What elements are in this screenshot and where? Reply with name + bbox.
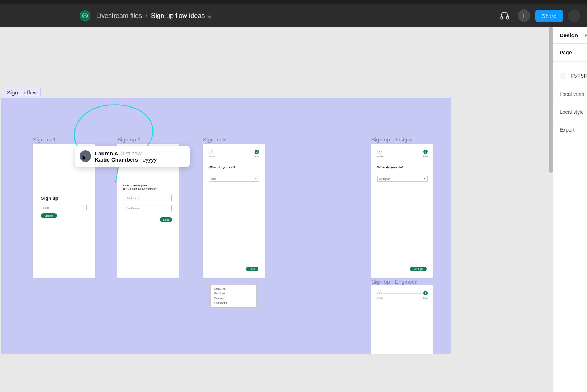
breadcrumb: Livestream files / Sign-up flow ideas ⌄ [96, 12, 212, 20]
comment-text: heyyyy [140, 156, 157, 163]
step-label-1: Profile [377, 155, 383, 158]
svg-rect-2 [507, 16, 509, 19]
comment-timestamp: just now [121, 150, 142, 156]
question-heading: What do you do? [209, 166, 259, 169]
chevron-down-icon: ▾ [424, 177, 425, 180]
tab-design[interactable]: Design [560, 32, 578, 38]
tab-prototype[interactable]: P [584, 32, 587, 38]
menu-bar-strip [0, 0, 587, 4]
frame-signup-designer[interactable]: 2 Profile Role What do you do? Designer▾… [371, 144, 433, 278]
step-label-2: Role [423, 297, 428, 299]
step-done-icon [377, 291, 382, 295]
step-done-icon [377, 150, 382, 154]
team-avatar[interactable] [80, 10, 90, 21]
last-name-field[interactable]: Last Name [125, 205, 172, 211]
section-local-variables[interactable]: Local varia [553, 85, 587, 103]
greeting-line-2: Tell us a bit about yourself. [123, 187, 174, 190]
question-heading: What do you do? [377, 166, 428, 169]
role-select[interactable]: Role▾ [209, 176, 259, 182]
step-label-2: Role [255, 155, 259, 158]
cursor-icon [82, 155, 88, 161]
next-button[interactable]: Next [246, 267, 258, 271]
progress-stepper: 2 [377, 150, 428, 154]
frame-label[interactable]: Sign up - Engineer [371, 279, 417, 285]
frame-signup-engineer[interactable]: 2 Profile Role [371, 285, 433, 354]
properties-panel: Design P Page F5F5F Local varia Local st… [553, 27, 587, 392]
dropdown-option[interactable]: Product [211, 296, 256, 300]
section-local-styles[interactable]: Local style [553, 103, 587, 121]
chevron-down-icon: ▾ [255, 177, 257, 180]
lets-go-button[interactable]: Let's go! [410, 267, 427, 271]
email-field[interactable]: Email [41, 205, 87, 210]
user-avatar[interactable]: L [518, 9, 530, 22]
step-current: 2 [423, 291, 428, 295]
step-current: 2 [423, 150, 428, 154]
dropdown-option[interactable]: Research [211, 300, 256, 305]
frame-label[interactable]: Sign up 1 [33, 136, 56, 143]
frame-label[interactable]: Sign up- Designer [371, 136, 415, 143]
svg-rect-1 [501, 16, 502, 19]
breadcrumb-file[interactable]: Sign-up flow ideas ⌄ [151, 12, 212, 20]
role-select[interactable]: Designer▾ [377, 176, 428, 182]
next-button[interactable]: Next [160, 217, 172, 222]
headphones-icon[interactable] [499, 11, 510, 21]
step-label-1: Profile [209, 155, 215, 158]
title-bar: Livestream files / Sign-up flow ideas ⌄ … [0, 4, 587, 27]
chevron-down-icon[interactable]: ⌄ [207, 12, 212, 20]
comment-card[interactable]: L Lauren A. just now Kaitie Chambers hey… [75, 146, 190, 167]
comment-mention: Kaitie Chambers [95, 156, 138, 163]
color-swatch[interactable] [560, 73, 566, 79]
section-label[interactable]: Sign up flow [3, 88, 41, 97]
dropdown-option[interactable]: Designer [211, 286, 256, 291]
frame-signup-3[interactable]: 2 Profile Role What do you do? Role▾ Nex… [203, 144, 265, 278]
role-select-value: Designer [379, 178, 390, 180]
progress-stepper: 2 [209, 150, 259, 154]
comment-author: Lauren A. [95, 150, 120, 156]
frame-label[interactable]: Sign up 2 [117, 136, 140, 143]
progress-stepper: 2 [377, 291, 428, 295]
heading: Sign up [41, 195, 87, 201]
workspace: Sign up flow Sign up 1 Sign up Email Sig… [0, 27, 587, 392]
role-dropdown-options[interactable]: Designer Engineer Product Research [210, 284, 257, 307]
breadcrumb-project[interactable]: Livestream files [96, 12, 142, 20]
panel-tabs: Design P [553, 27, 587, 44]
breadcrumb-file-label: Sign-up flow ideas [151, 12, 205, 20]
page-color-hex[interactable]: F5F5F [571, 73, 587, 79]
section-export[interactable]: Export [553, 121, 587, 139]
step-label-1: Profile [377, 297, 383, 299]
step-label-2: Role [423, 155, 428, 158]
role-select-value: Role [211, 178, 216, 180]
team-icon [82, 13, 88, 19]
greeting-line-1: Nice to meet you! [123, 184, 174, 187]
share-button[interactable]: Share [535, 10, 563, 22]
step-done-icon [209, 150, 213, 154]
signup-button[interactable]: Sign up [41, 213, 57, 218]
first-name-field[interactable]: First Name [125, 195, 172, 201]
frame-label[interactable]: Sign up 3 [203, 136, 226, 143]
dropdown-option[interactable]: Engineer [211, 291, 256, 296]
canvas-vertical-scrollbar[interactable] [549, 27, 553, 173]
avatar-overflow[interactable] [568, 9, 580, 22]
step-current: 2 [255, 150, 259, 154]
breadcrumb-separator: / [146, 12, 147, 20]
section-page: Page [553, 44, 587, 62]
page-background-row[interactable]: F5F5F [560, 73, 587, 79]
